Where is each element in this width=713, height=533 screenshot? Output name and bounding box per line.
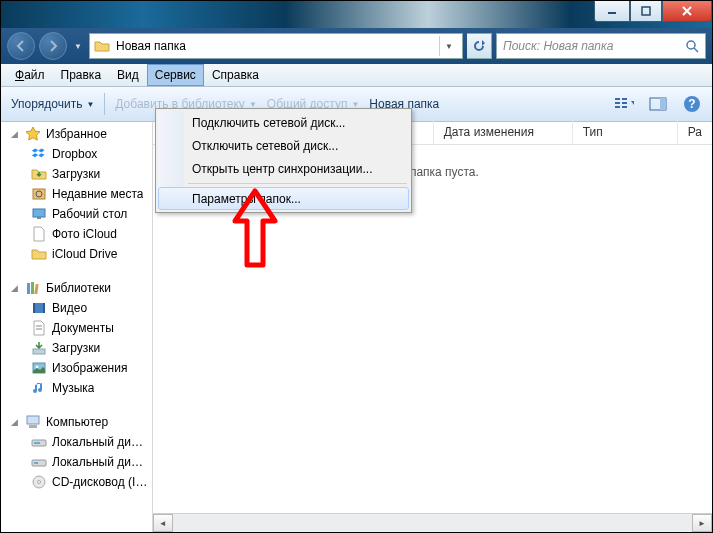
menu-bar: Файл Правка Вид Сервис Справка xyxy=(1,64,712,87)
star-icon xyxy=(25,126,41,142)
svg-rect-16 xyxy=(33,209,45,217)
sidebar-item-disk-c[interactable]: Локальный диск (С xyxy=(5,432,148,452)
svg-rect-32 xyxy=(34,442,40,444)
titlebar xyxy=(1,1,712,28)
chevron-down-icon: ▼ xyxy=(86,100,94,109)
back-button[interactable] xyxy=(7,32,35,60)
svg-rect-30 xyxy=(29,425,37,428)
svg-rect-5 xyxy=(615,102,620,104)
search-icon xyxy=(685,39,699,53)
sidebar-item-cd-drive[interactable]: CD-дисковод (I:) D xyxy=(5,472,148,492)
sidebar-item-icloud-drive[interactable]: iCloud Drive xyxy=(5,244,148,264)
menu-help[interactable]: Справка xyxy=(204,64,267,86)
navigation-bar: ▼ Новая папка ▼ Поиск: Новая папка xyxy=(1,28,712,64)
svg-rect-4 xyxy=(615,98,620,100)
svg-rect-26 xyxy=(33,349,45,354)
menu-file[interactable]: Файл xyxy=(7,64,53,86)
collapse-icon: ◢ xyxy=(11,283,20,293)
dropbox-icon xyxy=(31,146,47,162)
view-options-button[interactable] xyxy=(614,94,634,114)
svg-line-3 xyxy=(694,48,698,52)
sidebar-item-downloads2[interactable]: Загрузки xyxy=(5,338,148,358)
svg-rect-19 xyxy=(31,282,34,294)
help-button[interactable]: ? xyxy=(682,94,702,114)
preview-pane-button[interactable] xyxy=(648,94,668,114)
menu-disconnect-network-drive[interactable]: Отключить сетевой диск... xyxy=(158,134,409,157)
sidebar-item-disk-d[interactable]: Локальный диск (D xyxy=(5,452,148,472)
svg-rect-18 xyxy=(27,283,30,294)
refresh-button[interactable] xyxy=(467,33,492,59)
drive-icon xyxy=(31,434,47,450)
close-button[interactable] xyxy=(662,1,712,22)
tools-menu-dropdown: Подключить сетевой диск... Отключить сет… xyxy=(155,108,412,213)
downloads-icon xyxy=(31,340,47,356)
documents-icon xyxy=(31,320,47,336)
sidebar-item-documents[interactable]: Документы xyxy=(5,318,148,338)
maximize-button[interactable] xyxy=(630,1,662,22)
search-placeholder: Поиск: Новая папка xyxy=(503,39,613,53)
svg-rect-1 xyxy=(642,7,650,15)
sidebar-item-icloud-photos[interactable]: Фото iCloud xyxy=(5,224,148,244)
pictures-icon xyxy=(31,360,47,376)
sidebar-item-dropbox[interactable]: Dropbox xyxy=(5,144,148,164)
sidebar-item-music[interactable]: Музыка xyxy=(5,378,148,398)
recent-icon xyxy=(31,186,47,202)
music-icon xyxy=(31,380,47,396)
minimize-button[interactable] xyxy=(594,1,630,22)
collapse-icon: ◢ xyxy=(11,417,20,427)
sidebar-item-downloads[interactable]: Загрузки xyxy=(5,164,148,184)
explorer-window: ▼ Новая папка ▼ Поиск: Новая папка Файл … xyxy=(0,0,713,533)
folder-icon xyxy=(31,166,47,182)
sidebar-libraries[interactable]: ◢ Библиотеки xyxy=(5,278,148,298)
address-path: Новая папка xyxy=(116,39,186,53)
svg-rect-0 xyxy=(608,12,616,14)
column-date[interactable]: Дата изменения xyxy=(434,120,573,144)
svg-rect-29 xyxy=(27,416,39,424)
svg-rect-8 xyxy=(622,102,627,104)
menu-open-sync-center[interactable]: Открыть центр синхронизации... xyxy=(158,157,409,180)
svg-rect-17 xyxy=(37,217,41,219)
menu-map-network-drive[interactable]: Подключить сетевой диск... xyxy=(158,111,409,134)
menu-view[interactable]: Вид xyxy=(109,64,147,86)
address-bar[interactable]: Новая папка ▼ xyxy=(89,33,463,59)
svg-rect-7 xyxy=(622,98,627,100)
organize-button[interactable]: Упорядочить▼ xyxy=(11,97,94,111)
forward-button[interactable] xyxy=(39,32,67,60)
sidebar-favorites[interactable]: ◢ Избранное xyxy=(5,124,148,144)
nav-history-dropdown[interactable]: ▼ xyxy=(71,33,85,59)
column-size[interactable]: Ра xyxy=(678,120,712,144)
sidebar-item-desktop[interactable]: Рабочий стол xyxy=(5,204,148,224)
sidebar-item-pictures[interactable]: Изображения xyxy=(5,358,148,378)
svg-rect-23 xyxy=(43,303,45,313)
drive-icon xyxy=(31,454,47,470)
svg-rect-22 xyxy=(33,303,35,313)
computer-icon xyxy=(25,414,41,430)
file-icon xyxy=(31,226,47,242)
menu-edit[interactable]: Правка xyxy=(53,64,110,86)
svg-point-2 xyxy=(687,41,695,49)
folder-icon xyxy=(31,246,47,262)
libraries-icon xyxy=(25,280,41,296)
navigation-pane: ◢ Избранное Dropbox Загрузки Недавние ме… xyxy=(1,120,153,532)
scroll-right-button[interactable]: ► xyxy=(692,514,712,532)
sidebar-computer[interactable]: ◢ Компьютер xyxy=(5,412,148,432)
svg-rect-34 xyxy=(34,462,38,464)
sidebar-item-recent[interactable]: Недавние места xyxy=(5,184,148,204)
desktop-icon xyxy=(31,206,47,222)
svg-text:?: ? xyxy=(688,97,695,111)
scroll-left-button[interactable]: ◄ xyxy=(153,514,173,532)
address-dropdown-icon[interactable]: ▼ xyxy=(439,36,458,56)
horizontal-scrollbar[interactable]: ◄ ► xyxy=(153,513,712,532)
folder-icon xyxy=(94,38,110,54)
svg-rect-6 xyxy=(615,106,620,108)
search-input[interactable]: Поиск: Новая папка xyxy=(496,33,706,59)
collapse-icon: ◢ xyxy=(11,129,20,139)
menu-tools[interactable]: Сервис xyxy=(147,64,204,86)
video-icon xyxy=(31,300,47,316)
sidebar-item-videos[interactable]: Видео xyxy=(5,298,148,318)
svg-rect-9 xyxy=(622,106,627,108)
cd-icon xyxy=(31,474,47,490)
svg-rect-11 xyxy=(660,98,666,110)
menu-folder-options[interactable]: Параметры папок... xyxy=(158,187,409,210)
column-type[interactable]: Тип xyxy=(573,120,678,144)
